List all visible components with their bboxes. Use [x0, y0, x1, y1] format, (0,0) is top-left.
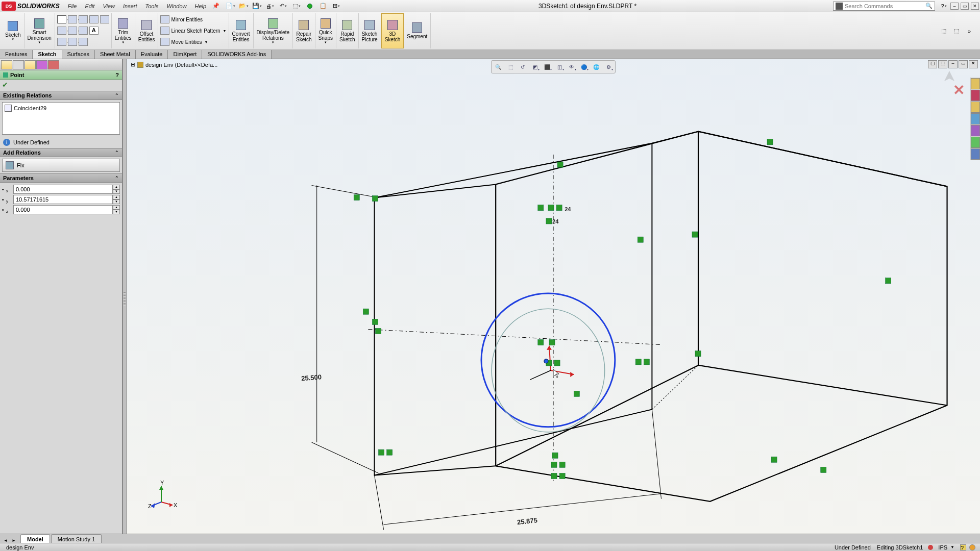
collapse-add-button[interactable]: ⌃ — [115, 150, 119, 155]
taskpane-forum-button[interactable] — [971, 148, 980, 160]
display-style-button[interactable]: ◫ — [554, 62, 565, 72]
minimize-button[interactable]: – — [950, 3, 959, 10]
viewport-link-button[interactable]: ⬚ — [938, 60, 947, 68]
ribbon-quick-snaps-button[interactable]: Quick Snaps ▼ — [315, 13, 336, 48]
search-commands[interactable]: 🔍 — [833, 2, 935, 11]
circle-tool-button[interactable] — [68, 15, 77, 23]
taskpane-design-lib-button[interactable] — [971, 90, 980, 101]
units-dropdown-icon[interactable]: ▼ — [950, 545, 954, 549]
taskpane-file-explorer-button[interactable] — [971, 102, 980, 113]
menu-file[interactable]: File — [64, 2, 81, 11]
viewport-max-button[interactable]: ▭ — [959, 60, 968, 68]
panel-resize-handle[interactable] — [122, 59, 127, 538]
menu-help[interactable]: Help — [190, 2, 210, 11]
ribbon-sketch-button[interactable]: Sketch ▼ — [2, 13, 24, 48]
move-entities-button[interactable]: Move Entities — [171, 39, 202, 45]
viewport-single-button[interactable]: ▢ — [928, 60, 937, 68]
linear-pattern-button[interactable]: Linear Sketch Pattern — [171, 28, 220, 34]
rect-tool-button[interactable] — [57, 27, 66, 35]
qat-undo-button[interactable]: ↶ — [278, 2, 289, 11]
orientation-triad[interactable]: YXZ — [147, 481, 178, 512]
menu-window[interactable]: Window — [162, 2, 190, 11]
view-settings-button[interactable]: ⚙ — [603, 62, 614, 72]
tab-evaluate[interactable]: Evaluate — [136, 50, 168, 59]
pm-ok-button[interactable]: ✔ — [2, 81, 8, 89]
pm-help-button[interactable]: ? — [115, 72, 119, 78]
taskpane-view-palette-button[interactable] — [971, 113, 980, 124]
menu-edit[interactable]: Edit — [81, 2, 99, 11]
help-button[interactable]: ? — [938, 2, 949, 11]
menu-pin-icon[interactable]: 📌 — [210, 2, 222, 11]
ribbon-trim-button[interactable]: Trim Entities ▼ — [112, 13, 135, 48]
status-notify-button[interactable] — [969, 544, 975, 550]
ribbon-rapid-sketch-button[interactable]: Rapid Sketch — [336, 13, 359, 48]
exit-sketch-overlay-button[interactable]: ✕ — [953, 82, 965, 98]
section-view-button[interactable]: ◩ — [529, 62, 541, 72]
tab-sheet-metal[interactable]: Sheet Metal — [95, 50, 136, 59]
collapse-params-button[interactable]: ⌃ — [115, 176, 119, 181]
status-units[interactable]: IPS — [938, 544, 947, 550]
qat-new-button[interactable]: 📄 — [225, 2, 236, 11]
ribbon-convert-button[interactable]: Convert Entities — [229, 13, 254, 48]
ribbon-end1-button[interactable]: ⬚ — [938, 27, 949, 36]
fillet-tool-button[interactable] — [68, 38, 77, 46]
pm-tab-property-mgr[interactable] — [13, 60, 24, 69]
ribbon-display-delete-button[interactable]: Display/Delete Relations ▼ — [254, 13, 293, 48]
tab-surfaces[interactable]: Surfaces — [62, 50, 95, 59]
pm-tab-dimxpert-mgr[interactable] — [36, 60, 47, 69]
close-button[interactable]: ✕ — [971, 3, 979, 10]
menu-tools[interactable]: Tools — [141, 2, 163, 11]
slot-tool-button[interactable] — [79, 27, 88, 35]
param-z-up[interactable]: ▲ — [113, 205, 120, 210]
param-x-input[interactable] — [13, 185, 113, 194]
restore-button[interactable]: ▭ — [961, 3, 969, 10]
menu-insert[interactable]: Insert — [119, 2, 141, 11]
ribbon-collapse-button[interactable]: » — [964, 27, 975, 36]
ribbon-end2-button[interactable]: ⬚ — [951, 27, 962, 36]
pm-tab-config-mgr[interactable] — [24, 60, 36, 69]
existing-relations-list[interactable]: Coincident29 — [2, 102, 120, 135]
collapse-existing-button[interactable]: ⌃ — [115, 93, 119, 98]
relation-item[interactable]: Coincident29 — [4, 104, 118, 113]
arc-tool-button[interactable] — [68, 27, 77, 35]
param-z-input[interactable] — [13, 205, 113, 214]
ribbon-repair-button[interactable]: Repair Sketch — [293, 13, 315, 48]
plane-tool-button[interactable] — [79, 38, 88, 46]
spline-tool-button[interactable] — [79, 15, 88, 23]
text-tool-button[interactable]: A — [89, 27, 99, 35]
taskpane-appearances-button[interactable] — [971, 125, 980, 136]
tab-sketch[interactable]: Sketch — [33, 50, 62, 59]
qat-options-button[interactable]: 📋 — [317, 2, 329, 11]
viewport-close-button[interactable]: ✕ — [969, 60, 978, 68]
param-x-down[interactable]: ▼ — [113, 189, 120, 194]
ribbon-3d-sketch-button[interactable]: 3D Sketch — [381, 13, 404, 48]
param-y-down[interactable]: ▼ — [113, 199, 120, 204]
mirror-entities-button[interactable]: Mirror Entities — [171, 17, 203, 22]
qat-open-button[interactable]: 📂 — [238, 2, 249, 11]
qat-save-button[interactable]: 💾 — [251, 2, 262, 11]
ribbon-smart-dimension-button[interactable]: Smart Dimension ▼ — [24, 13, 55, 48]
tab-features[interactable]: Features — [0, 50, 33, 59]
graphics-viewport[interactable]: ⊞ design Env (Default<<Defa... 🔍 ⬚ ↺ ◩ ⬛… — [127, 59, 980, 538]
ribbon-sketch-picture-button[interactable]: Sketch Picture — [359, 13, 381, 48]
pm-tab-feature-tree[interactable] — [1, 60, 12, 69]
ellipse-tool-button[interactable] — [89, 15, 99, 23]
zoom-area-button[interactable]: ⬚ — [505, 62, 516, 72]
qat-select-button[interactable]: ⬚ — [291, 2, 302, 11]
ribbon-segment-button[interactable]: Segment — [404, 13, 431, 48]
tab-dimxpert[interactable]: DimXpert — [168, 50, 202, 59]
fix-relation-button[interactable]: Fix — [2, 159, 120, 172]
qat-rebuild-button[interactable] — [304, 2, 315, 11]
qat-print-button[interactable]: 🖨 — [264, 2, 276, 11]
param-x-up[interactable]: ▲ — [113, 185, 120, 189]
hide-show-button[interactable]: 👁 — [566, 62, 577, 72]
prev-view-button[interactable]: ↺ — [517, 62, 528, 72]
point-tool-button[interactable] — [100, 15, 109, 23]
edit-appearance-button[interactable]: 🔵 — [578, 62, 590, 72]
ribbon-offset-button[interactable]: Offset Entities — [135, 13, 159, 48]
tree-expand-icon[interactable]: ⊞ — [131, 61, 135, 68]
breadcrumb-text[interactable]: design Env (Default<<Defa... — [145, 62, 217, 68]
param-y-up[interactable]: ▲ — [113, 195, 120, 199]
pm-tab-display-mgr[interactable] — [48, 60, 59, 69]
status-help-button[interactable]: ? — [960, 544, 966, 550]
